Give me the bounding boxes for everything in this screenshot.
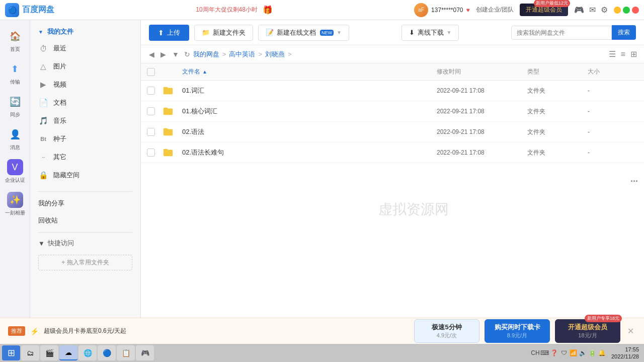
divider-1 xyxy=(38,191,132,192)
quick-access-header[interactable]: ▼ 快捷访问 xyxy=(30,236,140,251)
breadcrumb-sep-3: > xyxy=(288,50,292,58)
sidebar-item-transfer[interactable]: ⬆ 传输 xyxy=(0,57,30,90)
vip-button[interactable]: 开通超级会员 新用户最低12元 xyxy=(520,4,568,16)
table-row[interactable]: 01.核心词汇 2022-09-21 17:08 文件夹 - xyxy=(141,101,644,122)
sidebar-item-message[interactable]: 👤 消息 xyxy=(0,122,30,155)
settings-icon[interactable]: ⚙ xyxy=(601,5,608,15)
sidebar-item-images[interactable]: △ 图片 xyxy=(30,57,140,76)
breadcrumb-dropdown-button[interactable]: ▼ xyxy=(170,49,181,59)
sidebar-item-recycle[interactable]: 回收站 xyxy=(30,212,140,229)
images-icon: △ xyxy=(38,61,48,71)
minimize-button[interactable]: ─ xyxy=(614,7,621,14)
content-wrapper: 文件名 ▲ 修改时间 类型 大小 01.词汇 2022-0 xyxy=(141,63,644,344)
file-name: 02.语法 xyxy=(182,127,437,136)
row-checkbox[interactable] xyxy=(147,128,162,136)
sidebar-item-other[interactable]: ··· 其它 xyxy=(30,148,140,166)
sidebar-item-enterprise[interactable]: V 企业认证 xyxy=(0,155,30,188)
taskbar-item-ie[interactable]: 🔵 xyxy=(98,345,116,360)
new-doc-button[interactable]: 📝 新建在线文档 NEW ▼ xyxy=(258,25,349,41)
topbar-right: aF 137*****070 ♥ 创建企业/团队 开通超级会员 新用户最低12元… xyxy=(414,3,639,17)
buy-card-title: 购买闲时下载卡 xyxy=(493,323,541,332)
sidebar-item-videos[interactable]: ▶ 视频 xyxy=(30,76,140,94)
maximize-button[interactable]: □ xyxy=(623,7,630,14)
forward-button[interactable]: ▶ xyxy=(158,49,168,59)
search-button[interactable]: 搜索 xyxy=(612,25,636,40)
taskbar-item-baidu[interactable]: ☁ xyxy=(59,345,77,360)
taskbar-item-arrow[interactable]: 📋 xyxy=(117,345,135,360)
refresh-button[interactable]: ↻ xyxy=(184,50,190,58)
enterprise-label: 企业认证 xyxy=(5,177,25,184)
other-icon: ··· xyxy=(38,152,48,162)
sidebar-item-private[interactable]: 🔒 隐藏空间 xyxy=(30,166,140,184)
breadcrumb: ◀ ▶ ▼ ↻ 我的网盘 > 高中英语 > 刘晓燕 > ☰ ≡ ⊞ xyxy=(141,45,644,63)
sidebar-item-sync[interactable]: 🔄 同步 xyxy=(0,90,30,122)
sort-button[interactable]: ≡ xyxy=(620,49,626,60)
grid-view-button[interactable]: ⊞ xyxy=(629,48,638,60)
seed-icon: Bt xyxy=(38,134,48,144)
app-title: 百度网盘 xyxy=(22,5,54,15)
breadcrumb-path1[interactable]: 高中英语 xyxy=(229,50,255,59)
upload-button[interactable]: ⬆ 上传 xyxy=(149,25,189,41)
tray-help-icon[interactable]: ❓ xyxy=(550,349,558,357)
sidebar-item-music[interactable]: 🎵 音乐 xyxy=(30,112,140,130)
promo-tag: 推荐 xyxy=(8,326,25,336)
watermark: 虚拟资源网 xyxy=(378,200,449,219)
taskbar-item-chrome[interactable]: 🌐 xyxy=(78,345,97,360)
sidebar-item-recent[interactable]: ⏱ 最近 xyxy=(30,39,140,57)
header-filename[interactable]: 文件名 ▲ xyxy=(182,67,437,76)
list-view-button[interactable]: ☰ xyxy=(608,48,617,60)
mail-icon[interactable]: ✉ xyxy=(589,5,596,15)
table-row[interactable]: 01.词汇 2022-09-21 17:08 文件夹 - xyxy=(141,81,644,101)
tray-volume-icon[interactable]: 🔊 xyxy=(579,349,587,357)
add-folder-button[interactable]: + 拖入常用文件夹 xyxy=(38,255,132,270)
new-folder-button[interactable]: 📁 新建文件夹 xyxy=(194,25,253,41)
create-team-link[interactable]: 创建企业/团队 xyxy=(476,6,514,14)
home-label: 首页 xyxy=(10,46,20,53)
file-date: 2022-09-21 17:08 xyxy=(437,87,527,94)
close-button[interactable]: ✕ xyxy=(632,7,639,14)
my-files-section[interactable]: ▼ 我的文件 ··· xyxy=(30,24,140,39)
fast-download-card[interactable]: 极速5分钟 4.9元/次 xyxy=(414,319,479,343)
sidebar-item-home[interactable]: 🏠 首页 xyxy=(0,24,30,57)
tray-power-icon[interactable]: 🔋 xyxy=(589,349,597,357)
sidebar-item-seed[interactable]: Bt 种子 xyxy=(30,130,140,148)
tray-ch-icon[interactable]: CH xyxy=(531,349,539,357)
buy-card[interactable]: 购买闲时下载卡 8.9元/月 xyxy=(485,319,550,343)
message-icon: 👤 xyxy=(7,126,23,142)
row-checkbox[interactable] xyxy=(147,149,162,157)
offline-download-button[interactable]: ⬇ 离线下载 ▼ xyxy=(401,25,459,41)
start-button[interactable]: ⊞ xyxy=(2,345,20,360)
taskbar-item-explorer[interactable]: 🗂 xyxy=(21,345,39,360)
my-files-label: 我的文件 xyxy=(47,27,73,36)
sidebar-item-album[interactable]: ✨ 一刻相册 xyxy=(0,188,30,221)
back-button[interactable]: ◀ xyxy=(147,49,156,59)
header-checkbox[interactable] xyxy=(147,68,162,76)
tray-security-icon[interactable]: 🛡 xyxy=(560,349,568,357)
taskbar-item-game[interactable]: 🎮 xyxy=(136,345,154,360)
breadcrumb-path2[interactable]: 刘晓燕 xyxy=(265,50,285,59)
row-checkbox[interactable] xyxy=(147,87,162,95)
breadcrumb-root[interactable]: 我的网盘 xyxy=(193,50,219,59)
file-name: 01.核心词汇 xyxy=(182,107,437,116)
game-icon[interactable]: 🎮 xyxy=(574,5,584,15)
tray-network-icon[interactable]: 📶 xyxy=(570,349,578,357)
album-icon: ✨ xyxy=(7,192,23,208)
vip-card-sub: 18元/月 xyxy=(564,332,612,339)
vip-card[interactable]: 新用户专享18元 开通超级会员 18元/月 xyxy=(555,319,620,343)
tray-keyboard-icon[interactable]: ⌨ xyxy=(541,349,549,357)
table-row[interactable]: 02.语法长难句 2022-09-21 17:08 文件夹 - xyxy=(141,142,644,163)
table-row[interactable]: 02.语法 2022-09-21 17:08 文件夹 - xyxy=(141,122,644,142)
tray-notification-icon[interactable]: 🔔 xyxy=(598,349,606,357)
header-date: 修改时间 xyxy=(437,67,527,76)
promo-close-button[interactable]: ✕ xyxy=(625,324,636,338)
file-list: 文件名 ▲ 修改时间 类型 大小 01.词汇 2022-0 xyxy=(141,63,644,163)
clock-date: 2022/11/28 xyxy=(611,353,639,360)
header-type: 类型 xyxy=(527,67,588,76)
search-input[interactable] xyxy=(511,26,612,40)
top-bar: 🔵 百度网盘 10周年大促仅剩48小时 🎁 aF 137*****070 ♥ 创… xyxy=(0,0,644,20)
row-checkbox[interactable] xyxy=(147,107,162,115)
taskbar-item-media[interactable]: 🎬 xyxy=(40,345,58,360)
sidebar-item-docs[interactable]: 📄 文档 xyxy=(30,94,140,112)
select-all-checkbox[interactable] xyxy=(147,68,155,76)
sidebar-item-myshare[interactable]: 我的分享 xyxy=(30,195,140,212)
